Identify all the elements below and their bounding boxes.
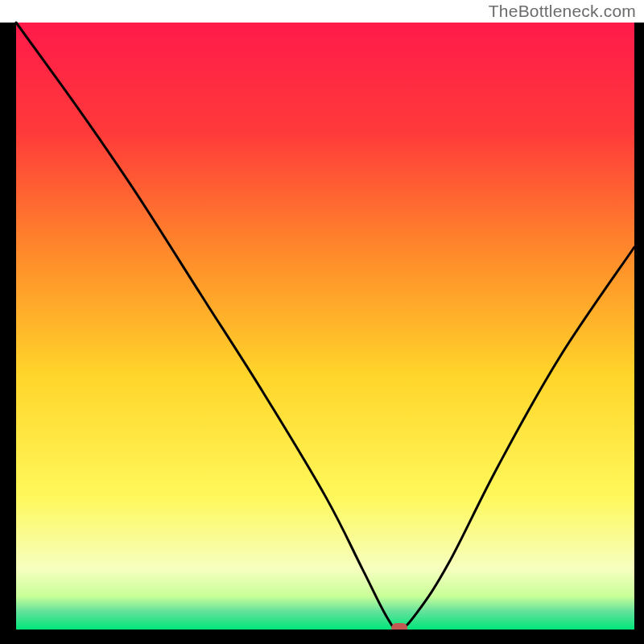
bottleneck-chart	[0, 0, 644, 644]
axis-frame	[0, 23, 16, 644]
axis-frame	[634, 23, 644, 644]
brand-label: TheBottleneck.com	[489, 2, 636, 21]
chart-container: TheBottleneck.com	[0, 0, 644, 644]
chart-background-gradient	[16, 23, 634, 630]
axis-frame	[0, 630, 644, 644]
